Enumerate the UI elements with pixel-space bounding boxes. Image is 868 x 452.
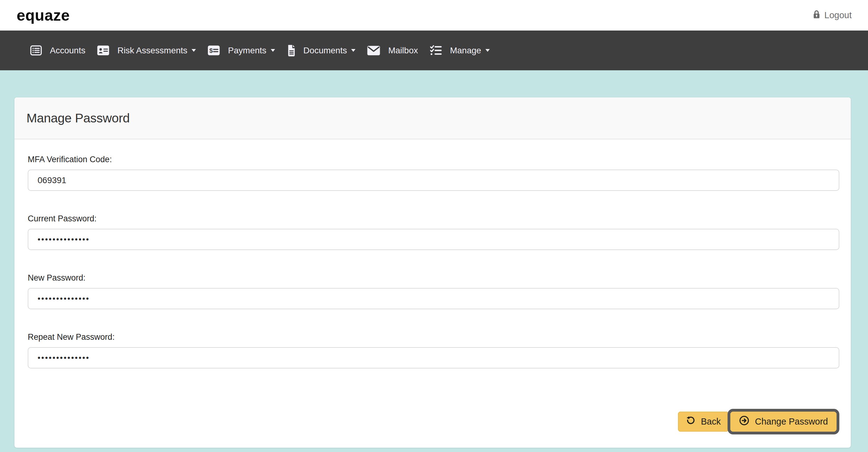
logout-label: Logout xyxy=(824,10,852,20)
logout-button[interactable]: Logout xyxy=(813,9,852,21)
repeat-new-password-input[interactable] xyxy=(28,347,839,368)
field-repeat-new-password: Repeat New Password: xyxy=(28,332,839,368)
card-body: MFA Verification Code: Current Password:… xyxy=(14,139,851,448)
nav-item-manage[interactable]: Manage xyxy=(430,45,490,56)
back-button-label: Back xyxy=(701,417,721,427)
back-button[interactable]: Back xyxy=(678,412,729,432)
svg-text:$: $ xyxy=(210,47,213,54)
highlight-ring: Change Password xyxy=(727,409,839,434)
mfa-code-label: MFA Verification Code: xyxy=(28,155,839,164)
envelope-icon xyxy=(367,46,380,56)
nav-item-label: Payments xyxy=(228,46,267,56)
chevron-down-icon xyxy=(351,49,355,52)
main-nav: Accounts Risk Assessments $ Payme xyxy=(0,30,868,70)
nav-item-label: Documents xyxy=(303,46,347,56)
card-header: Manage Password xyxy=(14,97,851,139)
change-password-button-label: Change Password xyxy=(755,417,828,427)
rotate-left-icon xyxy=(686,416,695,428)
current-password-label: Current Password: xyxy=(28,214,839,224)
page-content: Manage Password MFA Verification Code: C… xyxy=(0,70,868,448)
nav-item-label: Mailbox xyxy=(388,46,418,56)
chevron-down-icon xyxy=(192,49,196,52)
brand-logo[interactable]: equaze xyxy=(17,6,70,24)
chevron-down-icon xyxy=(486,49,490,52)
circle-arrow-right-icon xyxy=(739,415,749,428)
nav-item-mailbox[interactable]: Mailbox xyxy=(367,46,418,56)
manage-password-card: Manage Password MFA Verification Code: C… xyxy=(14,97,851,448)
nav-item-risk-assessments[interactable]: Risk Assessments xyxy=(97,45,196,56)
field-new-password: New Password: xyxy=(28,273,839,309)
page-title: Manage Password xyxy=(27,111,130,125)
app-header: equaze Logout xyxy=(0,0,868,30)
nav-item-documents[interactable]: Documents xyxy=(287,44,356,57)
field-mfa-code: MFA Verification Code: xyxy=(28,155,839,191)
new-password-label: New Password: xyxy=(28,273,839,283)
nav-item-label: Accounts xyxy=(50,46,85,56)
nav-item-payments[interactable]: $ Payments xyxy=(208,45,275,56)
lock-icon xyxy=(813,9,820,21)
file-icon xyxy=(287,44,296,57)
checklist-icon xyxy=(430,45,442,56)
id-card-icon xyxy=(97,45,110,56)
nav-item-label: Manage xyxy=(450,46,481,56)
nav-item-accounts[interactable]: Accounts xyxy=(30,45,85,56)
new-password-input[interactable] xyxy=(28,288,839,309)
list-icon xyxy=(30,45,42,56)
repeat-new-password-label: Repeat New Password: xyxy=(28,332,839,342)
chevron-down-icon xyxy=(271,49,275,52)
field-current-password: Current Password: xyxy=(28,214,839,250)
nav-item-label: Risk Assessments xyxy=(117,46,187,56)
actions-row: Back Change Password xyxy=(28,409,839,434)
mfa-code-input[interactable] xyxy=(28,170,839,191)
money-check-icon: $ xyxy=(208,45,220,56)
current-password-input[interactable] xyxy=(28,229,839,250)
change-password-button[interactable]: Change Password xyxy=(730,412,837,432)
